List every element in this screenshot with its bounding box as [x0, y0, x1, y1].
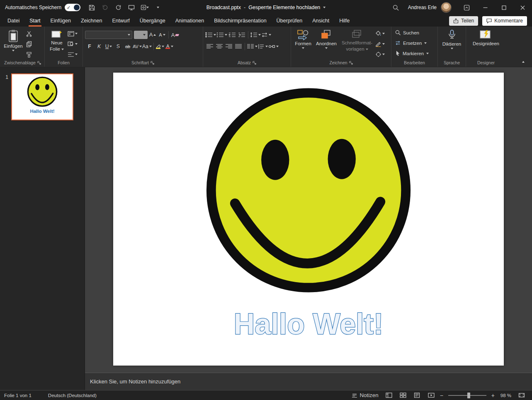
dialog-launcher-icon[interactable] — [253, 61, 256, 65]
shape-outline-button[interactable] — [375, 39, 385, 49]
increase-indent-button[interactable] — [237, 30, 246, 39]
zoom-level[interactable]: 98 % — [496, 393, 515, 398]
tab-entwurf[interactable]: Entwurf — [107, 15, 134, 27]
shapes-button[interactable]: Formen — [292, 28, 314, 60]
collapse-ribbon-button[interactable] — [519, 59, 528, 65]
redo-button[interactable] — [112, 0, 124, 15]
zoom-slider[interactable] — [448, 395, 486, 396]
dialog-launcher-icon[interactable] — [349, 61, 353, 65]
slide-sorter-view-button[interactable] — [396, 390, 410, 400]
shape-fill-button[interactable] — [375, 29, 385, 38]
notes-pane[interactable]: Klicken Sie, um Notizen hinzuzufügen — [85, 373, 532, 390]
strikethrough-button[interactable]: ab — [123, 42, 132, 51]
slide-title-wordart[interactable]: Hallo Welt! — [138, 301, 479, 346]
tab-animationen[interactable]: Animationen — [170, 15, 209, 27]
dropdown-arrow-icon — [426, 53, 429, 54]
zoom-out-button[interactable]: − — [438, 390, 445, 400]
grow-font-button[interactable]: A — [148, 30, 157, 39]
align-right-button[interactable] — [224, 42, 233, 51]
columns-button[interactable] — [247, 42, 257, 51]
tab-datei[interactable]: Datei — [2, 15, 24, 27]
window-title[interactable]: Broadcast.pptx - Gesperrte Elemente hoch… — [206, 5, 326, 10]
italic-button[interactable]: K — [95, 42, 104, 51]
maximize-button[interactable] — [495, 0, 513, 15]
notes-toggle-button[interactable]: Notizen — [348, 390, 381, 400]
character-spacing-button[interactable]: AV — [133, 42, 142, 51]
font-color-button[interactable]: A — [165, 42, 174, 51]
tab-hilfe[interactable]: Hilfe — [334, 15, 355, 27]
text-direction-button[interactable] — [261, 30, 271, 39]
bullets-button[interactable] — [205, 30, 216, 39]
cut-button[interactable] — [24, 29, 34, 38]
design-ideas-button[interactable]: Designideen — [468, 28, 504, 60]
tab-einfuegen[interactable]: Einfügen — [46, 15, 76, 27]
slideshow-view-button[interactable] — [424, 390, 438, 400]
shrink-font-button[interactable]: A — [158, 30, 167, 39]
replace-button[interactable]: Ersetzen — [393, 38, 436, 48]
arrange-button[interactable]: Anordnen — [314, 28, 339, 60]
save-button[interactable] — [85, 0, 98, 15]
group-drawing-label: Zeichnen — [329, 60, 347, 65]
dialog-launcher-icon[interactable] — [37, 61, 41, 65]
user-name[interactable]: Andreas Erle — [408, 5, 437, 10]
align-text-button[interactable] — [258, 42, 268, 51]
undo-button[interactable] — [99, 0, 111, 15]
bold-button[interactable]: F — [85, 42, 94, 51]
find-button[interactable]: Suchen — [393, 27, 436, 38]
share-button[interactable]: Teilen — [449, 16, 478, 26]
close-button[interactable] — [513, 0, 532, 15]
align-center-button[interactable] — [215, 42, 224, 51]
present-from-start-button[interactable] — [125, 0, 138, 15]
tab-ansicht[interactable]: Ansicht — [307, 15, 334, 27]
copy-button[interactable] — [24, 39, 34, 49]
customize-quick-access-button[interactable] — [152, 0, 164, 15]
dialog-launcher-icon[interactable] — [151, 61, 154, 65]
normal-view-button[interactable] — [382, 390, 396, 400]
change-case-button[interactable]: Aa — [142, 42, 152, 51]
slide-layout-button[interactable] — [68, 29, 78, 38]
numbering-button[interactable] — [216, 30, 227, 39]
minimize-button[interactable] — [476, 0, 495, 15]
font-size-select[interactable] — [134, 31, 148, 39]
select-button[interactable]: Markieren — [393, 48, 436, 59]
font-name-select[interactable] — [85, 31, 132, 39]
shape-effects-button[interactable] — [375, 50, 385, 59]
comments-button[interactable]: Kommentare — [482, 16, 527, 26]
tab-start[interactable]: Start — [24, 15, 45, 27]
tab-ueberpruefen[interactable]: Überprüfen — [272, 15, 308, 27]
paste-button[interactable]: Einfügen — [2, 28, 24, 60]
justify-button[interactable] — [234, 42, 243, 51]
text-highlight-button[interactable] — [155, 42, 165, 51]
line-spacing-button[interactable] — [250, 30, 261, 39]
fit-slide-to-window-button[interactable] — [515, 390, 529, 400]
underline-button[interactable]: U — [104, 42, 113, 51]
format-painter-button[interactable] — [24, 50, 34, 59]
new-slide-button[interactable]: Neue Folie — [46, 28, 68, 60]
smiley-image[interactable] — [202, 83, 415, 297]
convert-to-smartart-button[interactable] — [268, 42, 279, 51]
align-left-button[interactable] — [205, 42, 214, 51]
touch-mouse-mode-button[interactable] — [138, 0, 151, 15]
clear-formatting-button[interactable]: A — [170, 30, 180, 39]
search-button[interactable] — [390, 0, 402, 15]
dictate-button[interactable]: Diktieren — [440, 28, 464, 60]
tab-uebergaenge[interactable]: Übergänge — [135, 15, 170, 27]
ribbon-display-options-button[interactable] — [457, 0, 476, 15]
zoom-in-button[interactable]: + — [490, 390, 496, 400]
section-button[interactable] — [68, 50, 78, 59]
tab-zeichnen[interactable]: Zeichnen — [76, 15, 107, 27]
autosave-toggle[interactable]: ✓ — [65, 4, 80, 11]
language-indicator[interactable]: Deutsch (Deutschland) — [48, 393, 97, 398]
text-shadow-button[interactable]: S — [114, 42, 123, 51]
slide-thumbnail[interactable]: Hallo Welt! — [11, 73, 73, 120]
zoom-slider-thumb[interactable] — [467, 393, 470, 398]
user-avatar[interactable] — [441, 2, 452, 13]
slide-indicator[interactable]: Folie 1 von 1 — [4, 393, 32, 398]
slide[interactable]: Hallo Welt! — [113, 73, 504, 366]
quick-styles-button[interactable]: Schnellformat- vorlagen — [339, 28, 375, 60]
reading-view-button[interactable] — [410, 390, 424, 400]
decrease-indent-button[interactable] — [228, 30, 237, 39]
group-font: A A A F — [83, 27, 203, 67]
tab-bildschirmpraesentation[interactable]: Bildschirmpräsentation — [209, 15, 271, 27]
reset-slide-button[interactable] — [68, 39, 78, 49]
